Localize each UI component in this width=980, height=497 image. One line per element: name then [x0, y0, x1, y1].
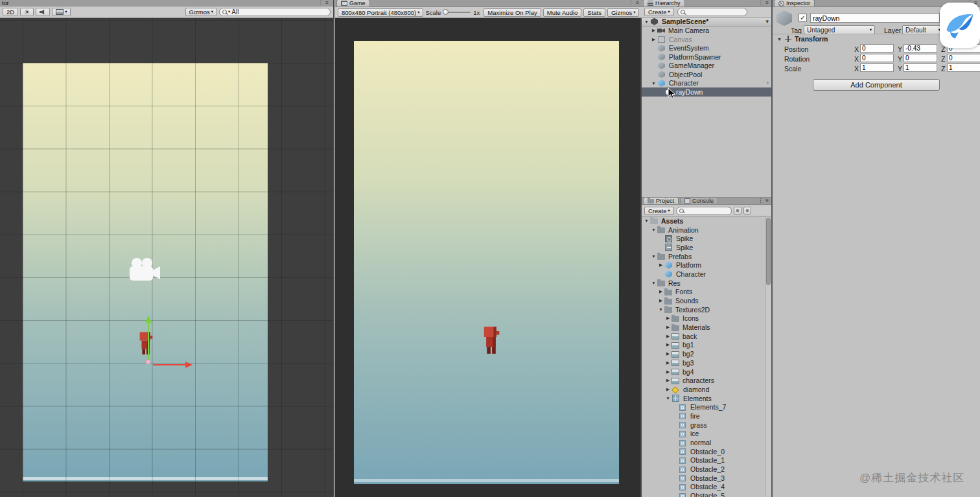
tab-project[interactable]: Project	[643, 197, 679, 204]
player-character-scene[interactable]	[137, 330, 155, 360]
tab-inspector[interactable]: Inspector	[774, 0, 815, 6]
project-item-normal[interactable]: normal	[642, 438, 765, 447]
project-item-diamond[interactable]: ▶diamond	[642, 385, 765, 394]
hierarchy-item-raydown[interactable]: rayDown	[642, 87, 771, 97]
expander-icon[interactable]: ▼	[664, 396, 671, 400]
expander-icon[interactable]: ▼	[657, 307, 664, 312]
expander-icon[interactable]: ▶	[657, 298, 664, 303]
mute-audio-button[interactable]: Mute Audio	[543, 8, 582, 17]
maximize-on-play-button[interactable]: Maximize On Play	[484, 8, 541, 17]
scene-search-input[interactable]	[231, 8, 326, 16]
hierarchy-item-gamemanager[interactable]: GameManager	[642, 62, 771, 71]
expander-icon[interactable]: ▶	[664, 316, 671, 321]
tag-dropdown[interactable]: Untagged ▾	[804, 25, 875, 34]
project-item-bg2[interactable]: ▶bg2	[642, 349, 765, 358]
scene-viewport[interactable]	[0, 18, 333, 497]
scene-search[interactable]: ▾	[219, 8, 331, 16]
scene-gizmos-dropdown[interactable]: Gizmos▾	[185, 8, 217, 16]
project-item-prefabs[interactable]: ▼Prefabs	[642, 252, 765, 261]
project-item-textures2d[interactable]: ▼Textures2D	[642, 305, 765, 314]
expander-icon[interactable]: ▶	[664, 334, 671, 339]
scene-menu-caret-icon[interactable]: ▾	[765, 18, 771, 25]
project-item-materials[interactable]: ▶Materials	[642, 323, 765, 332]
project-item-fonts[interactable]: ▶Fonts	[642, 288, 765, 297]
project-item-assets[interactable]: ▼Assets	[642, 216, 765, 225]
expander-icon[interactable]: ▶	[664, 378, 671, 383]
expander-icon[interactable]: ▶	[664, 325, 671, 330]
project-item-obstacle-1[interactable]: Obstacle_1	[642, 456, 765, 465]
project-item-ice[interactable]: ice	[642, 430, 765, 439]
scale-x-field[interactable]	[860, 64, 894, 72]
search-by-type-icon[interactable]	[734, 207, 741, 214]
tab-console[interactable]: Console	[680, 197, 718, 204]
expander-icon[interactable]: ▶	[664, 369, 671, 375]
project-search[interactable]	[676, 207, 732, 215]
project-item-spike[interactable]: Spike	[642, 243, 765, 252]
project-scrollbar[interactable]	[765, 216, 771, 497]
position-x-field[interactable]	[860, 44, 894, 52]
project-item-obstacle-3[interactable]: Obstacle_3	[642, 474, 765, 483]
scale-z-field[interactable]	[947, 64, 980, 72]
project-item-icons[interactable]: ▶Icons	[642, 314, 765, 323]
hierarchy-item-objectpool[interactable]: ObjectPool	[642, 70, 771, 79]
add-component-button[interactable]: Add Component	[813, 79, 940, 91]
expander-icon[interactable]: ▼	[650, 254, 657, 259]
gizmo-x-axis-arrow[interactable]	[153, 364, 185, 365]
project-item-obstacle-4[interactable]: Obstacle_4	[642, 483, 765, 492]
pane-dots-icon[interactable]: ⋮	[758, 0, 763, 6]
hierarchy-item-samplescene-[interactable]: ▼SampleScene*▾	[642, 17, 771, 27]
tab-hierarchy[interactable]: Hierarchy	[643, 0, 685, 6]
project-item-grass[interactable]: grass	[642, 421, 765, 430]
expander-icon[interactable]: ▶	[657, 262, 664, 268]
project-item-obstacle-5[interactable]: Obstacle_5	[642, 491, 765, 497]
audio-toggle-button[interactable]	[36, 8, 50, 16]
expander-icon[interactable]: ▶	[664, 342, 671, 347]
expander-icon[interactable]: ▶	[664, 351, 671, 356]
expander-icon[interactable]: ▶	[664, 387, 671, 392]
project-item-obstacle-2[interactable]: Obstacle_2	[642, 465, 765, 474]
pane-menu-icon[interactable]: ≡	[765, 198, 769, 203]
hierarchy-item-platformspawner[interactable]: PlatformSpawner	[642, 52, 771, 62]
aspect-ratio-dropdown[interactable]: 800x480 Portrait (480x800)▾	[338, 8, 423, 17]
hierarchy-item-canvas[interactable]: ▶Canvas	[642, 35, 771, 44]
expander-icon[interactable]: ▼	[643, 19, 650, 24]
layer-dropdown[interactable]: Default ▾	[902, 25, 944, 34]
expander-icon[interactable]: ▼	[650, 281, 657, 285]
project-item-character[interactable]: Character	[642, 270, 765, 279]
lock-icon[interactable]: ⋮	[758, 198, 763, 203]
expander-icon[interactable]: ▶	[657, 289, 664, 294]
hierarchy-item-eventsystem[interactable]: EventSystem	[642, 44, 771, 53]
project-item-bg3[interactable]: ▶bg3	[642, 358, 765, 367]
project-item-spike[interactable]: Spike	[642, 234, 765, 243]
scale-y-field[interactable]	[904, 64, 937, 72]
project-item-elements-7[interactable]: Elements_7	[642, 402, 765, 411]
active-checkbox[interactable]: ✓	[799, 14, 807, 22]
hierarchy-create-button[interactable]: Create▾	[644, 8, 674, 16]
search-filter-caret-icon[interactable]: ▾	[228, 10, 230, 14]
foldout-expanded-icon[interactable]: ▼	[777, 37, 782, 41]
scene-camera-gizmo-icon[interactable]	[127, 257, 161, 285]
project-item-sounds[interactable]: ▶Sounds	[642, 296, 765, 305]
project-item-obstacle-0[interactable]: Obstacle_0	[642, 447, 765, 456]
expander-icon[interactable]: ▶	[650, 37, 657, 42]
project-item-res[interactable]: ▼Res	[642, 279, 765, 288]
scale-slider-knob[interactable]	[443, 9, 449, 15]
expander-icon[interactable]: ▼	[650, 81, 657, 86]
pane-dots-icon[interactable]: ⋮	[318, 0, 323, 6]
rotation-z-field[interactable]	[947, 54, 980, 62]
project-item-back[interactable]: ▶back	[642, 332, 765, 341]
scale-slider[interactable]	[443, 12, 471, 13]
game-viewport[interactable]	[335, 18, 642, 497]
gameobject-name-field[interactable]	[810, 13, 940, 23]
project-item-fire[interactable]: fire	[642, 411, 765, 421]
project-search-input[interactable]	[685, 207, 727, 214]
hierarchy-search-input[interactable]	[686, 8, 743, 16]
position-y-field[interactable]	[904, 44, 937, 52]
scrollbar-thumb[interactable]	[766, 218, 771, 285]
2d-toggle-button[interactable]: 2D	[3, 8, 18, 16]
expander-icon[interactable]: ▼	[650, 227, 657, 232]
pane-menu-icon[interactable]: ≡	[636, 0, 639, 6]
search-by-label-icon[interactable]	[743, 207, 751, 214]
hierarchy-search[interactable]	[677, 8, 747, 16]
project-item-animation[interactable]: ▼Animation	[642, 225, 765, 235]
